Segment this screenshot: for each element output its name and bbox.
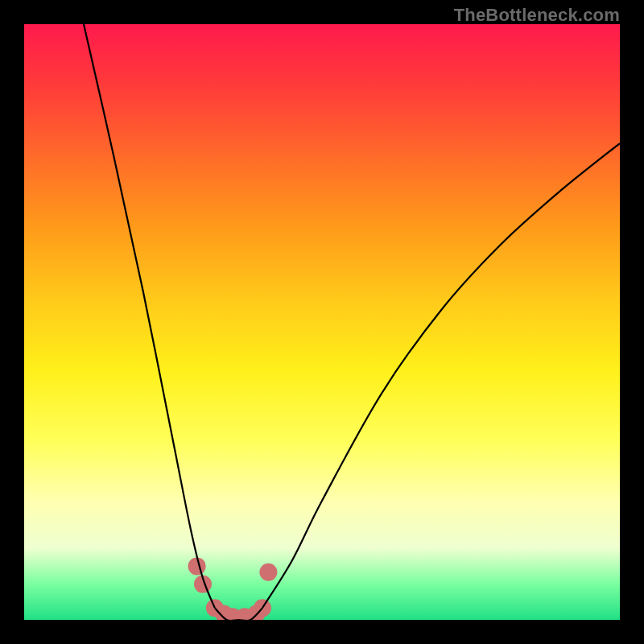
chart-svg — [24, 24, 620, 620]
curve-left-branch — [84, 24, 215, 608]
valley-marker — [259, 564, 277, 581]
valley-marker — [188, 557, 206, 575]
chart-frame: TheBottleneck.com — [0, 0, 644, 644]
curve-right-branch — [262, 143, 620, 608]
valley-markers-group — [188, 557, 278, 620]
watermark-text: TheBottleneck.com — [454, 5, 620, 26]
plot-area — [24, 24, 620, 620]
